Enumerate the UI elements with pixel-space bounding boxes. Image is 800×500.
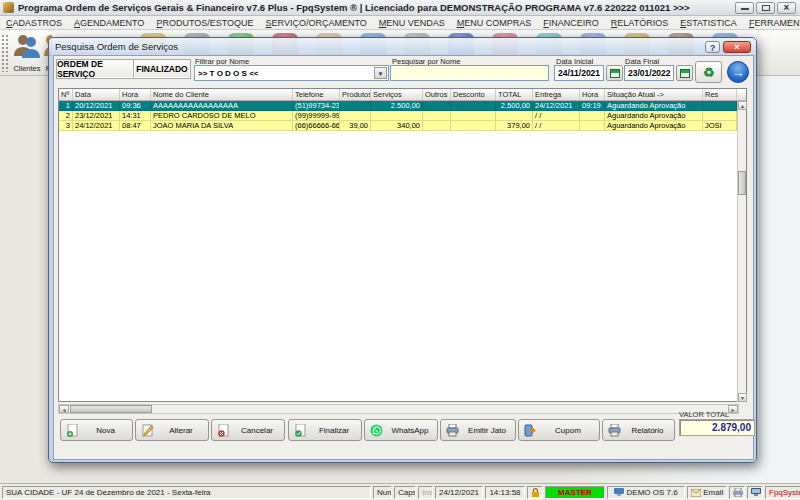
vertical-scrollbar[interactable]: ▲ ▼ [737, 101, 746, 402]
column-header[interactable]: Entrega [533, 89, 580, 100]
close-button[interactable]: × [777, 2, 796, 14]
button-label: Emitir Jato [463, 426, 515, 435]
table-cell: / / [533, 111, 580, 121]
column-header[interactable]: Nº [59, 89, 73, 100]
data-inicial-calendar-button[interactable] [606, 65, 623, 81]
table-cell: (51)99734-2390 [293, 101, 340, 111]
table-cell: 08:47 [120, 121, 151, 131]
status-master: MASTER [545, 486, 605, 499]
data-inicial-input[interactable]: 24/11/2021 [554, 65, 604, 81]
clientes-toolbar-button[interactable]: Clientes [8, 32, 46, 74]
table-row[interactable]: 223/12/202114:31PEDRO CARDOSO DE MELO(99… [59, 111, 746, 121]
column-header[interactable]: Desconto [451, 89, 496, 100]
horizontal-scroll-thumb[interactable] [70, 405, 152, 413]
column-header[interactable]: Outros [423, 89, 451, 100]
column-header[interactable]: Telefone [293, 89, 340, 100]
refresh-button[interactable]: ♻ [695, 61, 722, 83]
column-header[interactable]: Nome do Cliente [151, 89, 293, 100]
whatsapp-button[interactable]: WhatsApp [364, 419, 438, 441]
column-header[interactable]: Serviços [371, 89, 423, 100]
help-button[interactable]: ? [705, 41, 720, 53]
close-icon: × [778, 2, 795, 14]
table-cell [423, 121, 451, 131]
cancelar-button[interactable]: Cancelar [211, 419, 285, 441]
cancel-document-icon [217, 424, 230, 437]
table-cell: 24/12/2021 [533, 101, 580, 111]
status-email[interactable]: Email [687, 486, 727, 499]
dialog-titlebar[interactable]: Pesquisa Ordem de Serviços ? × [49, 38, 756, 55]
column-header[interactable]: Hora [120, 89, 151, 100]
menu-item-menu-compras[interactable]: MENU COMPRAS [451, 18, 538, 28]
table-cell [451, 111, 496, 121]
scroll-right-icon[interactable]: ► [728, 405, 738, 413]
status-date: 24/12/2021 [435, 486, 483, 499]
menu-item-ferramentas[interactable]: FERRAMENTAS [743, 18, 800, 28]
column-header[interactable]: Situação Atual -> [605, 89, 703, 100]
window-titlebar[interactable]: Programa Ordem de Serviços Gerais & Fina… [0, 0, 800, 16]
table-row[interactable]: 324/12/202108:47JOAO MARIA DA SILVA(66)6… [59, 121, 746, 131]
menu-item-financeiro[interactable]: FINANCEIRO [537, 18, 605, 28]
column-header[interactable]: Data [73, 89, 120, 100]
maximize-icon [762, 5, 770, 11]
dialog-body: ORDEM DE SERVIÇO FINALIZADO Filtrar por … [53, 55, 754, 460]
alterar-button[interactable]: Alterar [135, 419, 209, 441]
menu-item-relat-rios[interactable]: RELATÓRIOS [605, 18, 674, 28]
minimize-button[interactable] [735, 2, 754, 14]
table-cell [580, 111, 605, 121]
nova-button[interactable]: Nova [60, 419, 133, 441]
orders-table-header: NºDataHoraNome do ClienteTelefoneProduto… [59, 89, 746, 101]
table-cell: 2.500,00 [371, 101, 423, 111]
table-cell [423, 101, 451, 111]
menu-item-cadastros[interactable]: CADASTROS [0, 18, 68, 28]
pesquisar-por-nome-input[interactable] [390, 65, 549, 81]
menu-item-estatistica[interactable]: ESTATISTICA [674, 18, 743, 28]
table-row[interactable]: 120/12/202109:36AAAAAAAAAAAAAAAAA(51)997… [59, 101, 746, 111]
menu-item-produtos-estoque[interactable]: PRODUTOS/ESTOQUE [150, 18, 259, 28]
finalizado-label: FINALIZADO [133, 59, 191, 79]
app-icon [3, 2, 14, 13]
emitir-jato-button[interactable]: Emitir Jato [440, 419, 516, 441]
coupon-exit-icon [524, 424, 537, 437]
horizontal-scrollbar[interactable]: ◄ ► [58, 404, 739, 414]
maximize-button[interactable] [756, 2, 775, 14]
filtrar-por-nome-combobox[interactable]: >> T O D O S << ▼ [194, 65, 389, 81]
finalizar-button[interactable]: Finalizar [288, 419, 362, 441]
status-brand: FpqSystem [765, 486, 800, 499]
menu-item-menu-vendas[interactable]: MENU VENDAS [373, 18, 451, 28]
table-cell: JOAO MARIA DA SILVA [151, 121, 293, 131]
relatorio-button[interactable]: Relatório [602, 419, 675, 441]
dialog-close-button[interactable]: × [723, 41, 751, 53]
monitor-icon [751, 488, 761, 497]
calendar-icon [610, 69, 620, 78]
scroll-up-icon[interactable]: ▲ [738, 101, 747, 110]
column-header[interactable]: Res [703, 89, 737, 100]
cupom-button[interactable]: Cupom [518, 419, 600, 441]
scroll-down-icon[interactable]: ▼ [738, 393, 747, 402]
column-header[interactable]: TOTAL [496, 89, 533, 100]
data-final-input[interactable]: 23/01/2022 [624, 65, 674, 81]
toolbar-grip[interactable] [1, 34, 8, 72]
status-monitor-panel [747, 486, 763, 499]
vertical-scroll-thumb[interactable] [738, 171, 746, 195]
scroll-left-icon[interactable]: ◄ [59, 405, 69, 413]
search-go-button[interactable]: → [727, 61, 749, 83]
table-cell: Aguardando Aprovação [605, 111, 703, 121]
chevron-down-icon[interactable]: ▼ [374, 67, 387, 79]
table-cell: AAAAAAAAAAAAAAAAA [151, 101, 293, 111]
table-cell [340, 111, 371, 121]
menu-item-agendamento[interactable]: AGENDAMENTO [68, 18, 150, 28]
menu-item-servi-o-or-amento[interactable]: SERVIÇO/ORÇAMENTO [260, 18, 373, 28]
valor-total-value: 2.879,00 [679, 419, 755, 436]
email-icon [691, 489, 701, 497]
table-cell [371, 111, 423, 121]
table-cell: 2 [59, 111, 73, 121]
column-header[interactable]: Hora [580, 89, 605, 100]
orders-table: NºDataHoraNome do ClienteTelefoneProduto… [58, 88, 747, 402]
column-header[interactable]: Produtos [340, 89, 371, 100]
table-cell: 39,00 [340, 121, 371, 131]
table-cell: 3 [59, 121, 73, 131]
ordem-de-servico-label: ORDEM DE SERVIÇO [56, 59, 134, 79]
table-cell: (66)66666-6666 [293, 121, 340, 131]
data-final-calendar-button[interactable] [676, 65, 693, 81]
pesquisa-ordem-dialog: Pesquisa Ordem de Serviços ? × ORDEM DE … [48, 37, 757, 463]
